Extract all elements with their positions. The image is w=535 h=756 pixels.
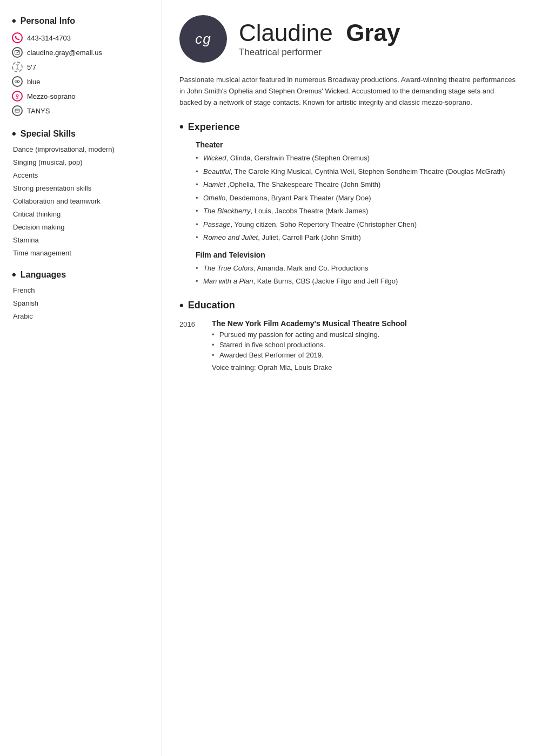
edu-bullet-item: Starred in five school productions. [212, 341, 407, 349]
avatar-initials: cg [195, 31, 211, 48]
first-name: Claudine [239, 19, 333, 46]
last-name: Gray [346, 19, 400, 46]
svg-point-5 [16, 94, 18, 97]
experience-title: Experience [179, 120, 518, 134]
personal-info-title: Personal Info [12, 15, 151, 27]
edu-year: 2016 [179, 319, 212, 328]
edu-school: The New York Film Academy's Musical Thea… [212, 319, 407, 328]
union-item: TANYS [12, 105, 151, 116]
union-icon [12, 105, 23, 116]
avatar: cg [179, 15, 227, 63]
edu-content: The New York Film Academy's Musical Thea… [212, 319, 407, 372]
theater-item: Wicked, Glinda, Gershwin Theatre (Stephe… [196, 153, 518, 164]
education-section: Education 2016 The New York Film Academy… [179, 299, 518, 372]
language-item: French [12, 286, 151, 294]
theater-item: Othello, Desdemona, Bryant Park Theater … [196, 193, 518, 204]
education-row: 2016 The New York Film Academy's Musical… [179, 319, 518, 372]
languages-section: Languages FrenchSpanishArabic [12, 269, 151, 320]
theater-item: Passage, Young citizen, Soho Repertory T… [196, 219, 518, 230]
height-text: 5'7 [27, 63, 36, 71]
skill-item: Dance (improvisational, modern) [12, 145, 151, 153]
skill-item: Strong presentation skills [12, 184, 151, 192]
eye-color-text: blue [27, 78, 41, 86]
film-tv-title: Film and Television [179, 251, 518, 259]
voice-text: Mezzo-soprano [27, 92, 76, 100]
header-section: cg Claudine Gray Theatrical performer [179, 15, 518, 63]
header-text: Claudine Gray Theatrical performer [239, 20, 400, 58]
phone-item: 443-314-4703 [12, 32, 151, 43]
sidebar: Personal Info 443-314-4703 claudine.gray… [0, 0, 162, 756]
skill-item: Stamina [12, 236, 151, 244]
eye-color-item: blue [12, 76, 151, 87]
special-skills-section: Special Skills Dance (improvisational, m… [12, 128, 151, 257]
svg-point-4 [17, 81, 18, 83]
experience-section: Experience Theater Wicked, Glinda, Gersh… [179, 120, 518, 287]
voice-item: Mezzo-soprano [12, 91, 151, 102]
film-tv-item: Man with a Plan, Kate Burns, CBS (Jackie… [196, 276, 518, 287]
personal-info-section: Personal Info 443-314-4703 claudine.gray… [12, 15, 151, 116]
theater-title: Theater [179, 140, 518, 149]
email-icon [12, 47, 23, 58]
voice-icon [12, 91, 23, 102]
resume-page: Personal Info 443-314-4703 claudine.gray… [0, 0, 535, 756]
language-item: Arabic [12, 312, 151, 320]
languages-list: FrenchSpanishArabic [12, 286, 151, 320]
union-text: TANYS [27, 107, 50, 115]
skill-item: Time management [12, 249, 151, 257]
skill-item: Collaboration and teamwork [12, 197, 151, 205]
svg-rect-8 [15, 109, 19, 112]
edu-bullet-item: Pursued my passion for acting and musica… [212, 330, 407, 339]
phone-text: 443-314-4703 [27, 34, 71, 42]
theater-item: The Blackberry, Louis, Jacobs Theatre (M… [196, 206, 518, 217]
height-item: 5'7 [12, 62, 151, 72]
skill-item: Accents [12, 171, 151, 179]
header-title: Theatrical performer [239, 47, 400, 58]
special-skills-title: Special Skills [12, 128, 151, 140]
email-text: claudine.gray@email.us [27, 49, 102, 57]
height-icon [12, 62, 23, 72]
skill-item: Decision making [12, 223, 151, 231]
eye-icon [12, 76, 23, 87]
skills-list: Dance (improvisational, modern)Singing (… [12, 145, 151, 257]
theater-item: Beautiful, The Carole King Musical, Cynt… [196, 166, 518, 177]
language-item: Spanish [12, 299, 151, 307]
header-name: Claudine Gray [239, 20, 400, 46]
theater-item: Hamlet ,Ophelia, The Shakespeare Theatre… [196, 179, 518, 190]
edu-bullet-item: Awarded Best Performer of 2019. [212, 351, 407, 359]
languages-title: Languages [12, 269, 151, 281]
edu-bullets-list: Pursued my passion for acting and musica… [212, 330, 407, 359]
skill-item: Critical thinking [12, 210, 151, 218]
edu-note: Voice training: Oprah Mia, Louis Drake [212, 363, 407, 372]
film-tv-list: The True Colors, Amanda, Mark and Co. Pr… [179, 263, 518, 287]
theater-list: Wicked, Glinda, Gershwin Theatre (Stephe… [179, 153, 518, 243]
phone-icon [12, 32, 23, 43]
film-tv-item: The True Colors, Amanda, Mark and Co. Pr… [196, 263, 518, 274]
main-content: cg Claudine Gray Theatrical performer Pa… [162, 0, 535, 756]
skill-item: Singing (musical, pop) [12, 158, 151, 166]
email-item: claudine.gray@email.us [12, 47, 151, 58]
theater-item: Romeo and Juliet, Juliet, Carroll Park (… [196, 232, 518, 243]
education-title: Education [179, 299, 518, 313]
summary: Passionate musical actor featured in num… [179, 75, 518, 108]
